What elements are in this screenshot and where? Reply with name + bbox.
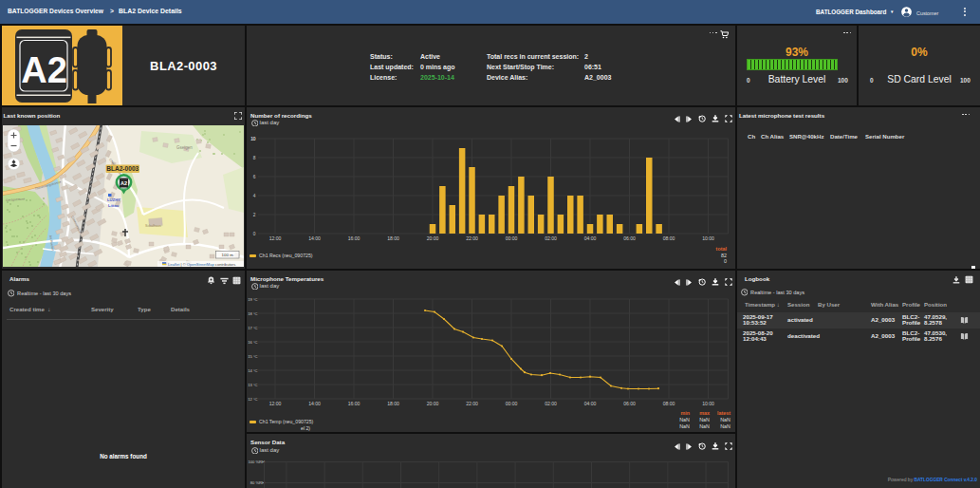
svg-text:8: 8 (253, 156, 256, 160)
svg-text:14:00: 14:00 (308, 235, 321, 241)
svg-text:16:00: 16:00 (348, 235, 361, 241)
svg-text:Littau: Littau (108, 203, 120, 208)
svg-text:2: 2 (253, 213, 256, 217)
svg-text:18:00: 18:00 (387, 401, 399, 406)
svg-text:LUZHY: LUZHY (107, 197, 120, 202)
svg-text:08:00: 08:00 (663, 401, 675, 406)
svg-text:20:00: 20:00 (427, 235, 439, 241)
svg-text:22:00: 22:00 (466, 235, 478, 241)
svg-text:06:00: 06:00 (623, 235, 636, 241)
svg-text:100 %RH: 100 %RH (248, 460, 265, 464)
svg-text:Gseigen: Gseigen (176, 145, 193, 150)
svg-text:00:00: 00:00 (506, 235, 518, 241)
svg-text:Schulhaus: Schulhaus (145, 224, 161, 228)
svg-text:14:00: 14:00 (308, 401, 321, 406)
svg-text:14 °C: 14 °C (248, 368, 257, 373)
svg-text:16:00: 16:00 (348, 401, 361, 406)
svg-text:18 °C: 18 °C (248, 311, 257, 316)
svg-text:10:00: 10:00 (702, 235, 714, 241)
svg-text:04:00: 04:00 (584, 401, 597, 406)
svg-text:02:00: 02:00 (545, 401, 557, 406)
svg-text:12 °C: 12 °C (248, 397, 257, 402)
svg-text:BLA2-0003: BLA2-0003 (106, 165, 139, 172)
svg-text:08:00: 08:00 (663, 235, 675, 241)
svg-text:10:00: 10:00 (702, 401, 714, 406)
svg-text:17 °C: 17 °C (248, 326, 257, 330)
svg-text:00:00: 00:00 (506, 401, 518, 406)
svg-text:10: 10 (250, 137, 256, 141)
svg-text:02:00: 02:00 (545, 235, 557, 241)
svg-text:18:00: 18:00 (387, 235, 399, 241)
svg-text:12:00: 12:00 (269, 401, 282, 406)
svg-text:20:00: 20:00 (427, 401, 439, 406)
svg-text:Leaflet | © OpenStreetMap cont: Leaflet | © OpenStreetMap contributors (168, 262, 235, 267)
svg-text:04:00: 04:00 (584, 235, 597, 241)
svg-text:6: 6 (253, 175, 256, 179)
svg-text:16 °C: 16 °C (248, 340, 257, 345)
svg-text:100 m: 100 m (222, 253, 234, 257)
svg-text:A2: A2 (21, 50, 67, 90)
svg-text:13 °C: 13 °C (248, 383, 257, 387)
svg-text:15 °C: 15 °C (248, 354, 257, 359)
svg-text:A2: A2 (120, 180, 127, 186)
svg-text:4: 4 (253, 194, 256, 198)
svg-text:0: 0 (253, 232, 256, 236)
svg-text:22:00: 22:00 (466, 401, 478, 406)
svg-text:06:00: 06:00 (623, 401, 636, 406)
svg-text:19 °C: 19 °C (248, 297, 257, 302)
svg-text:12:00: 12:00 (269, 235, 282, 241)
